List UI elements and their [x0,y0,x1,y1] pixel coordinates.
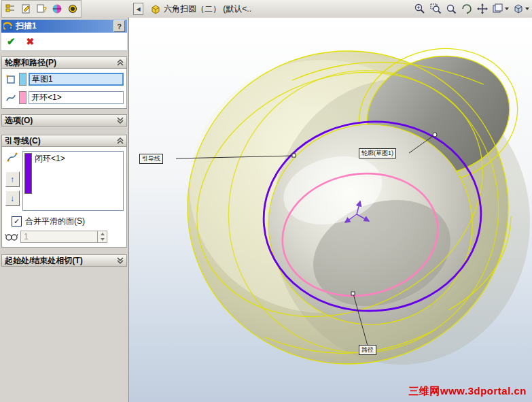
solidworks-window: ? ◀ 六角扫圆（二） (默认<.. [0,0,532,402]
group-header-options[interactable]: 选项(O) [1,114,127,127]
path-input[interactable] [29,91,124,104]
document-title: 六角扫圆（二） (默认<.. [150,3,251,15]
rotate-view-icon[interactable] [459,1,474,16]
display-style-dropdown[interactable] [511,1,531,16]
zoom-area-icon[interactable] [428,1,443,16]
group-label: 起始处/结束处相切(T) [5,255,83,267]
help-button[interactable]: ? [113,20,125,32]
manager-tabs-group: ? [1,0,82,18]
sweep-feature-icon [3,22,13,31]
group-label: 选项(O) [5,115,33,127]
model-view [129,18,532,402]
feature-title: 扫描1 [16,20,37,32]
displaymanager-tab-icon[interactable] [65,1,80,16]
section-count-spinner[interactable]: 1 [20,231,107,243]
profile-input[interactable] [29,73,124,86]
view-toolbar [412,1,532,16]
spinner-arrows[interactable] [97,231,107,242]
chevron-up-icon [117,59,124,66]
spinner-down-icon[interactable] [101,238,105,241]
guide-list-item[interactable]: 闭环<1> [35,153,65,209]
group-body-guide-curves: ↑ ↓ 闭环<1> ✓ 合并平滑的面(S) 1 [1,147,127,248]
merge-smooth-faces-checkbox[interactable]: ✓ [12,216,22,227]
configurationmanager-tab-icon[interactable]: ? [34,1,49,16]
show-sections-icon [5,231,18,243]
collapse-panel-button[interactable]: ◀ [133,3,143,15]
propertymanager-tab-icon[interactable] [18,1,33,16]
swept-surface-body[interactable] [188,31,532,365]
confirm-row: ✔ ✖ [1,33,127,51]
pan-icon[interactable] [475,1,490,16]
featuremanager-tab-icon[interactable] [3,1,18,16]
view-orientation-dropdown[interactable] [491,1,510,16]
property-manager-panel: 扫描1 ? ✔ ✖ 轮廓和路径(P) [0,18,129,402]
document-title-text: 六角扫圆（二） (默认<.. [164,3,251,15]
ok-button[interactable]: ✔ [7,35,16,48]
guide-curve-list[interactable]: 闭环<1> [22,151,124,211]
graphics-viewport[interactable]: 引导线 轮廓(草图1) 路径 三维网www.3dportal.cn [129,18,532,402]
chevron-down-icon [117,257,124,264]
merge-smooth-faces-label: 合并平滑的面(S) [25,216,85,227]
guide-curve-callout[interactable]: 引导线 [139,154,163,164]
group-label: 引导线(C) [5,135,41,147]
dropdown-caret-icon [525,7,529,10]
path-color-swatch [19,91,26,104]
move-down-button[interactable]: ↓ [5,190,20,206]
svg-text:?: ? [43,6,47,14]
chevron-down-icon [117,117,124,124]
group-body-profile-path [1,69,127,109]
profile-icon [5,73,17,86]
cancel-button[interactable]: ✖ [26,36,35,47]
dimxpertmanager-tab-icon[interactable] [50,1,65,16]
path-icon [5,92,17,104]
part-document-icon [150,4,160,14]
guide-curves-icon [6,151,18,163]
zoom-to-fit-icon[interactable] [444,1,459,16]
profile-callout[interactable]: 轮廓(草图1) [359,148,396,158]
group-header-tangency[interactable]: 起始处/结束处相切(T) [1,254,127,267]
section-count-value: 1 [21,232,97,241]
chevron-up-icon [117,137,124,144]
group-header-guide-curves[interactable]: 引导线(C) [1,135,127,147]
profile-color-swatch [19,73,26,86]
dropdown-caret-icon [505,7,509,10]
propertymanager-title-bar: 扫描1 ? [1,20,127,33]
watermark-text: 三维网www.3dportal.cn [409,385,527,398]
top-toolbar: ? ◀ 六角扫圆（二） (默认<.. [0,0,532,18]
path-callout[interactable]: 路径 [359,345,376,355]
spinner-up-icon[interactable] [101,233,105,235]
group-header-profile-path[interactable]: 轮廓和路径(P) [1,56,127,69]
group-label: 轮廓和路径(P) [5,57,56,69]
move-up-button[interactable]: ↑ [5,171,20,187]
guide-color-swatch [24,153,32,194]
zoom-in-out-icon[interactable] [412,1,427,16]
